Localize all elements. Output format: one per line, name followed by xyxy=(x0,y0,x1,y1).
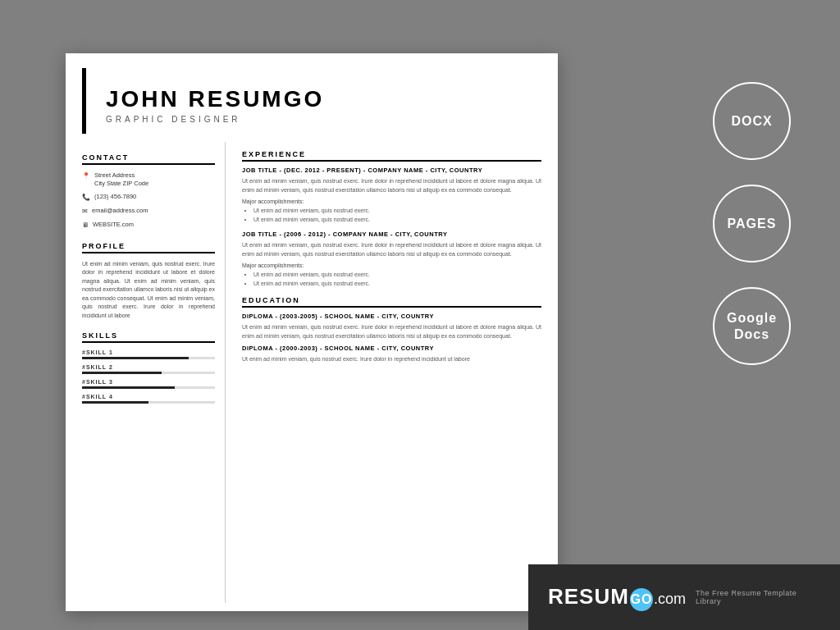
resume-right-column: EXPERIENCE JOB TITLE - (DEC. 2012 - PRES… xyxy=(239,142,541,603)
resume-paper: JOHN RESUMGO GRAPHIC DESIGNER CONTACT 📍 … xyxy=(66,53,558,611)
edu-desc-1: Ut enim ad minim veniam, quis nostrud ex… xyxy=(242,323,541,340)
accomplishment-2-1: Ut enim ad minim veniam, quis nostrud ex… xyxy=(253,271,541,280)
skills-list: #SKILL 1 #SKILL 2 #SKILL 3 xyxy=(82,349,215,404)
google-docs-label: GoogleDocs xyxy=(727,310,777,341)
accomplishment-1-1: Ut enim ad minim veniam, quis nostrud ex… xyxy=(253,207,541,216)
job-title-1: JOB TITLE - (DEC. 2012 - PRESENT) - COMP… xyxy=(242,167,541,174)
brand-tagline-wrap: The Free Resume Template Library xyxy=(696,589,820,605)
skill-bar-fill-1 xyxy=(82,357,189,359)
contact-email: ✉ email@address.com xyxy=(82,207,215,216)
pages-button[interactable]: PAGES xyxy=(713,185,791,262)
accomplishments-list-1: Ut enim ad minim veniam, quis nostrud ex… xyxy=(242,207,541,224)
skill-bar-bg-2 xyxy=(82,372,215,374)
resume-body: CONTACT 📍 Street Address City State ZIP … xyxy=(82,142,541,603)
accomplishments-list-2: Ut enim ad minim veniam, quis nostrud ex… xyxy=(242,271,541,288)
accomplishment-1-2: Ut enim ad minim veniam, quis nostrud ex… xyxy=(253,216,541,225)
resume-title: GRAPHIC DESIGNER xyxy=(106,115,522,124)
skill-item-4: #SKILL 4 xyxy=(82,394,215,404)
skill-label-4: #SKILL 4 xyxy=(82,394,215,399)
skill-bar-bg-3 xyxy=(82,386,215,389)
resume-name: JOHN RESUMGO xyxy=(106,86,522,112)
accomplishments-label-1: Major accomplishments: xyxy=(242,199,541,204)
website-icon: 🖥 xyxy=(82,221,89,230)
skill-bar-bg-4 xyxy=(82,401,215,404)
experience-section-title: EXPERIENCE xyxy=(242,150,541,162)
profile-section-title: PROFILE xyxy=(82,242,215,253)
contact-address-text: Street Address City State ZIP Code xyxy=(94,171,148,188)
brand-go: GO xyxy=(630,588,653,611)
google-docs-button[interactable]: GoogleDocs xyxy=(713,287,791,365)
contact-section-title: CONTACT xyxy=(82,153,215,165)
location-icon: 📍 xyxy=(82,172,90,180)
format-buttons-panel: DOCX PAGES GoogleDocs xyxy=(713,82,791,365)
brand-dotcom: .com xyxy=(654,591,686,608)
job-desc-1: Ut enim ad minim veniam, quis nostrud ex… xyxy=(242,177,541,194)
email-icon: ✉ xyxy=(82,208,88,216)
skill-label-2: #SKILL 2 xyxy=(82,364,215,370)
brand-resum: RESUM xyxy=(548,584,629,609)
contact-phone: 📞 (123) 456-7890 xyxy=(82,193,215,202)
edu-title-1: DIPLOMA - (2003-2005) - SCHOOL NAME - Ci… xyxy=(242,313,541,320)
education-section-title: EDUCATION xyxy=(242,296,541,308)
edu-desc-2: Ut enim ad minim veniam, quis nostrud ex… xyxy=(242,355,541,364)
skill-label-1: #SKILL 1 xyxy=(82,349,215,355)
skill-bar-bg-1 xyxy=(82,357,215,359)
contact-address: 📍 Street Address City State ZIP Code xyxy=(82,171,215,188)
accomplishments-label-2: Major accomplishments: xyxy=(242,262,541,268)
skill-bar-fill-3 xyxy=(82,386,175,389)
skills-section-title: SKILLS xyxy=(82,331,215,343)
skill-item-1: #SKILL 1 xyxy=(82,349,215,359)
job-title-2: JOB TITLE - (2006 - 2012) - COMPANY NAME… xyxy=(242,231,541,238)
docx-button[interactable]: DOCX xyxy=(713,82,791,160)
bottom-brand-bar: RESUM GO .com The Free Resume Template L… xyxy=(528,564,840,630)
skill-label-3: #SKILL 3 xyxy=(82,379,215,385)
profile-text: Ut enim ad minim veniam, quis nostrud ex… xyxy=(82,260,215,321)
brand-logo: RESUM GO .com xyxy=(548,584,686,611)
skill-bar-fill-4 xyxy=(82,401,148,404)
resume-header: JOHN RESUMGO GRAPHIC DESIGNER xyxy=(82,68,541,134)
job-desc-2: Ut enim ad minim veniam, quis nostrud ex… xyxy=(242,241,541,258)
skill-bar-fill-2 xyxy=(82,372,162,374)
contact-website: 🖥 WEBSITE.com xyxy=(82,221,215,230)
skill-item-2: #SKILL 2 xyxy=(82,364,215,374)
resume-left-column: CONTACT 📍 Street Address City State ZIP … xyxy=(82,142,226,603)
skill-item-3: #SKILL 3 xyxy=(82,379,215,389)
edu-title-2: DIPLOMA - (2000-2003) - SCHOOL NAME - Ci… xyxy=(242,345,541,352)
accomplishment-2-2: Ut enim ad minim veniam, quis nostrud ex… xyxy=(253,280,541,289)
phone-icon: 📞 xyxy=(82,194,90,202)
brand-tagline: The Free Resume Template Library xyxy=(696,589,820,605)
